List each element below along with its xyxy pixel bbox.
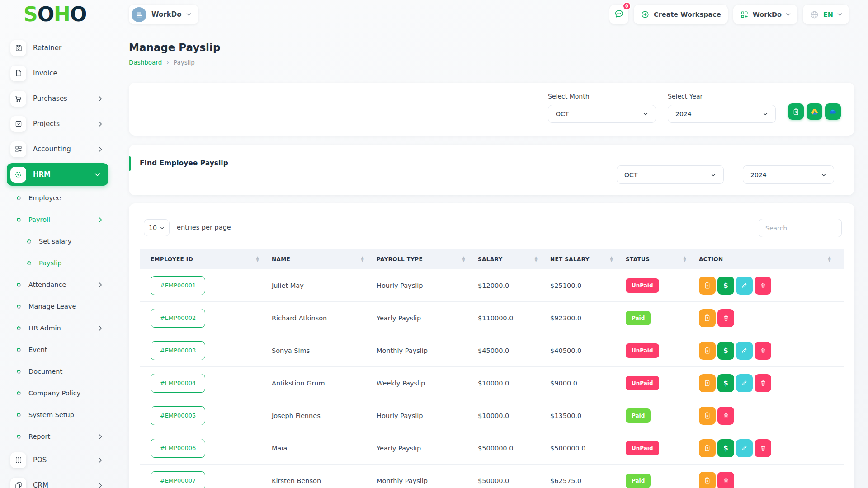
sidebar-item-pos[interactable]: POS: [0, 447, 129, 473]
sidebar-item-projects[interactable]: Projects: [0, 111, 129, 136]
sidebar-item-report[interactable]: Report: [0, 426, 129, 447]
employee-id-button[interactable]: #EMP00006: [151, 439, 205, 458]
grid-plus-icon: [10, 141, 26, 157]
employee-id-button[interactable]: #EMP00002: [151, 309, 205, 328]
sidebar-item-employee[interactable]: Employee: [0, 187, 129, 209]
edit-button[interactable]: [736, 277, 753, 295]
find-month-select[interactable]: OCT: [617, 165, 724, 184]
find-year-select[interactable]: 2024: [743, 165, 834, 184]
edit-icon: [741, 282, 748, 289]
pay-button[interactable]: $: [717, 439, 734, 457]
payslip-button[interactable]: $: [699, 309, 716, 327]
sidebar-item-hrm[interactable]: HRM: [7, 163, 108, 186]
column-header-status[interactable]: STATUS▲▼: [626, 256, 699, 263]
workspace-chip[interactable]: WorkDo: [129, 5, 198, 24]
payslip-button[interactable]: $: [699, 374, 716, 392]
pay-button[interactable]: $: [717, 277, 734, 295]
payslip-button[interactable]: $: [699, 407, 716, 425]
google-drive-button[interactable]: [807, 103, 822, 120]
edit-button[interactable]: [736, 342, 753, 360]
pay-button[interactable]: $: [717, 342, 734, 360]
sidebar-item-retainer[interactable]: Retainer: [0, 35, 129, 61]
sidebar-item-document[interactable]: Document: [0, 361, 129, 382]
delete-button[interactable]: [717, 472, 734, 488]
payslip-button[interactable]: $: [699, 439, 716, 457]
sidebar-item-accounting[interactable]: Accounting: [0, 136, 129, 162]
delete-button[interactable]: [755, 439, 771, 457]
sidebar-item-manage-leave[interactable]: Manage Leave: [0, 296, 129, 317]
payslip-button[interactable]: $: [699, 342, 716, 360]
sidebar-item-crm[interactable]: CRM: [0, 473, 129, 488]
messages-button[interactable]: 0: [609, 5, 628, 24]
bullet-icon: [16, 369, 21, 374]
column-header-name[interactable]: NAME▲▼: [272, 256, 377, 263]
sidebar-item-payroll[interactable]: Payroll: [0, 209, 129, 230]
column-label: PAYROLL TYPE: [377, 256, 423, 263]
file-icon: [10, 66, 26, 81]
employee-id-button[interactable]: #EMP00007: [151, 471, 205, 488]
delete-button[interactable]: [717, 407, 734, 425]
entries-per-page-select[interactable]: 10: [144, 219, 170, 236]
status-badge: Paid: [626, 408, 651, 423]
delete-button[interactable]: [717, 309, 734, 327]
employee-id-button[interactable]: #EMP00005: [151, 406, 205, 425]
clipboard-dollar-icon: $: [792, 108, 800, 116]
bullet-icon: [16, 347, 21, 352]
search-input[interactable]: [759, 219, 842, 237]
salary: $12000.0: [478, 282, 550, 289]
workspace-avatar: [132, 7, 146, 22]
delete-button[interactable]: [755, 277, 771, 295]
edit-button[interactable]: [736, 439, 753, 457]
salary: $50000.0: [478, 477, 550, 484]
building-icon: [135, 10, 143, 19]
employee-id-button[interactable]: #EMP00003: [151, 341, 205, 360]
bullet-icon: [16, 434, 21, 439]
delete-button[interactable]: [755, 342, 771, 360]
sidebar-item-company-policy[interactable]: Company Policy: [0, 382, 129, 404]
employee-id-button[interactable]: #EMP00001: [151, 276, 205, 295]
sidebar-item-purchases[interactable]: Purchases: [0, 86, 129, 111]
breadcrumb-dashboard-link[interactable]: Dashboard: [129, 59, 162, 66]
year-select[interactable]: 2024: [668, 105, 776, 123]
sidebar-item-set-salary[interactable]: Set salary: [0, 230, 129, 252]
pay-button[interactable]: $: [717, 374, 734, 392]
bullet-icon: [16, 304, 21, 309]
edit-button[interactable]: [736, 374, 753, 392]
export-payslip-button[interactable]: $: [788, 103, 804, 120]
svg-text:$: $: [707, 447, 708, 450]
status-badge: UnPaid: [626, 441, 659, 455]
column-header-net-salary[interactable]: NET SALARY▲▼: [550, 256, 626, 263]
filter-action-buttons: $: [788, 103, 841, 120]
onedrive-button[interactable]: [825, 103, 841, 120]
row-actions: $: [699, 472, 844, 488]
salary: $500000.0: [478, 445, 550, 452]
payroll-type: Yearly Payslip: [377, 445, 478, 452]
chevron-down-icon: [786, 13, 791, 16]
column-header-action[interactable]: ACTION▲▼: [699, 256, 844, 263]
payslip-button[interactable]: $: [699, 472, 716, 488]
sidebar-item-hr-admin[interactable]: HR Admin: [0, 317, 129, 339]
column-header-employee-id[interactable]: EMPLOYEE ID▲▼: [140, 256, 272, 263]
column-header-payroll-type[interactable]: PAYROLL TYPE▲▼: [377, 256, 478, 263]
sidebar-item-payslip[interactable]: Payslip: [0, 252, 129, 274]
language-selector[interactable]: EN: [803, 5, 849, 24]
month-select[interactable]: OCT: [548, 105, 656, 123]
sidebar-item-label: Manage Leave: [28, 303, 76, 310]
create-workspace-button[interactable]: Create Workspace: [634, 5, 728, 24]
sidebar-item-invoice[interactable]: Invoice: [0, 61, 129, 86]
workspace-grid-icon: [740, 10, 749, 19]
delete-icon: [760, 445, 767, 452]
bullet-icon: [16, 390, 21, 395]
google-drive-icon: [811, 108, 819, 116]
pay-icon: $: [723, 282, 728, 290]
payslip-icon: $: [703, 379, 711, 387]
sidebar-item-event[interactable]: Event: [0, 339, 129, 361]
delete-button[interactable]: [755, 374, 771, 392]
workdo-menu-button[interactable]: WorkDo: [733, 5, 797, 24]
svg-text:$: $: [707, 284, 708, 287]
sidebar-item-system-setup[interactable]: System Setup: [0, 404, 129, 426]
employee-id-button[interactable]: #EMP00004: [151, 374, 205, 393]
payslip-button[interactable]: $: [699, 277, 716, 295]
column-header-salary[interactable]: SALARY▲▼: [478, 256, 550, 263]
sidebar-item-attendance[interactable]: Attendance: [0, 274, 129, 296]
